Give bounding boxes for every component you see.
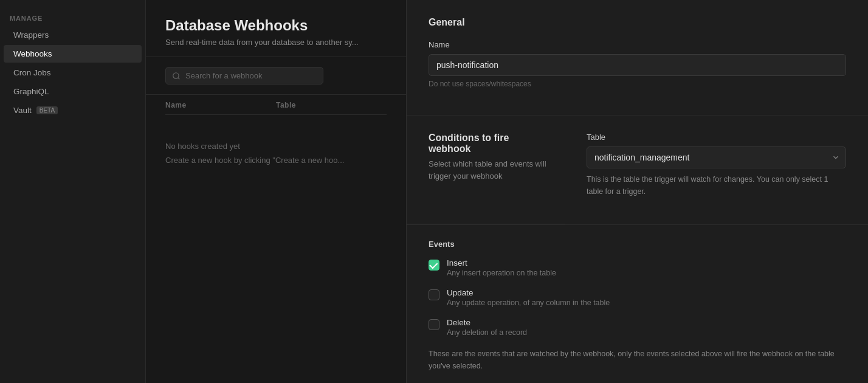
sidebar-item-label: GraphiQL: [13, 87, 49, 96]
insert-checkbox-wrapper[interactable]: [429, 260, 439, 271]
svg-line-1: [178, 77, 180, 79]
sidebar-item-label: Webhooks: [13, 49, 52, 58]
sidebar-item-label: Cron Jobs: [13, 68, 51, 77]
search-icon: [172, 72, 181, 80]
insert-event-text: Insert Any insert operation on the table: [447, 258, 846, 277]
name-hint: Do not use spaces/whitespaces: [429, 80, 846, 88]
sidebar-item-cron-jobs[interactable]: Cron Jobs: [4, 64, 142, 81]
event-item-insert: Insert Any insert operation on the table: [429, 258, 846, 277]
name-label: Name: [429, 40, 846, 49]
event-item-update: Update Any update operation, of any colu…: [429, 288, 846, 307]
sidebar-item-webhooks[interactable]: Webhooks: [4, 45, 142, 63]
conditions-title: Conditions to fire webhook: [429, 133, 550, 154]
col-header-table: Table: [276, 101, 387, 109]
sidebar-manage-label: MANAGE: [0, 10, 145, 26]
right-panel: General Name Do not use spaces/whitespac…: [406, 0, 868, 383]
empty-state-line2: Create a new hook by clicking "Create a …: [165, 153, 387, 167]
table-label: Table: [587, 133, 846, 142]
col-header-name: Name: [165, 101, 276, 109]
sidebar-item-vault[interactable]: Vault BETA: [4, 102, 142, 119]
sidebar-item-graphiql[interactable]: GraphiQL: [4, 83, 142, 100]
delete-event-text: Delete Any deletion of a record: [447, 318, 846, 337]
conditions-subtitle-line2: trigger your webhook: [429, 171, 502, 181]
sidebar-item-label: Wrappers: [13, 30, 49, 40]
sidebar: MANAGE Wrappers Webhooks Cron Jobs Graph…: [0, 0, 146, 383]
insert-checkbox[interactable]: [429, 260, 439, 271]
page-title: Database Webhooks: [165, 17, 387, 34]
delete-event-name: Delete: [447, 318, 846, 327]
search-box[interactable]: [165, 67, 323, 85]
conditions-subtitle-line1: Select which table and events will: [429, 159, 546, 168]
delete-event-desc: Any deletion of a record: [447, 328, 846, 337]
general-section-title: General: [429, 17, 846, 28]
main-content: Database Webhooks Send real-time data fr…: [146, 0, 406, 383]
table-select[interactable]: notification_management: [587, 147, 846, 168]
events-title: Events: [429, 240, 846, 249]
empty-state-line1: No hooks created yet: [165, 139, 387, 153]
events-section: Events Insert Any insert operation on th…: [407, 225, 868, 383]
conditions-right: Table notification_management This is th…: [565, 116, 868, 224]
table-form-group: Table notification_management This is th…: [587, 133, 846, 198]
page-header: Database Webhooks Send real-time data fr…: [146, 0, 406, 57]
empty-state: No hooks created yet Create a new hook b…: [165, 115, 387, 192]
name-form-group: Name Do not use spaces/whitespaces: [429, 40, 846, 88]
toolbar: [146, 57, 406, 95]
events-note: These are the events that are watched by…: [429, 348, 846, 372]
update-event-desc: Any update operation, of any column in t…: [447, 298, 846, 307]
delete-checkbox[interactable]: [429, 319, 439, 330]
delete-checkbox-wrapper[interactable]: [429, 319, 439, 330]
update-checkbox[interactable]: [429, 289, 439, 300]
general-section: General Name Do not use spaces/whitespac…: [407, 0, 868, 116]
table-header: Name Table: [165, 95, 387, 115]
sidebar-item-label: Vault: [13, 106, 32, 115]
conditions-left: Conditions to fire webhook Select which …: [407, 116, 565, 224]
table-select-wrapper[interactable]: notification_management: [587, 147, 846, 168]
event-item-delete: Delete Any deletion of a record: [429, 318, 846, 337]
conditions-row: Conditions to fire webhook Select which …: [407, 116, 868, 225]
update-checkbox-wrapper[interactable]: [429, 289, 439, 300]
vault-beta-badge: BETA: [36, 106, 58, 114]
insert-event-name: Insert: [447, 258, 846, 267]
table-info: This is the table the trigger will watch…: [587, 173, 846, 198]
svg-point-0: [173, 72, 179, 78]
page-subtitle: Send real-time data from your database t…: [165, 38, 387, 47]
conditions-subtitle: Select which table and events will trigg…: [429, 158, 550, 182]
sidebar-item-wrappers[interactable]: Wrappers: [4, 26, 142, 44]
table-area: Name Table No hooks created yet Create a…: [146, 95, 406, 383]
search-input[interactable]: [185, 71, 317, 80]
update-event-text: Update Any update operation, of any colu…: [447, 288, 846, 307]
insert-event-desc: Any insert operation on the table: [447, 269, 846, 277]
name-input[interactable]: [429, 54, 846, 76]
update-event-name: Update: [447, 288, 846, 297]
